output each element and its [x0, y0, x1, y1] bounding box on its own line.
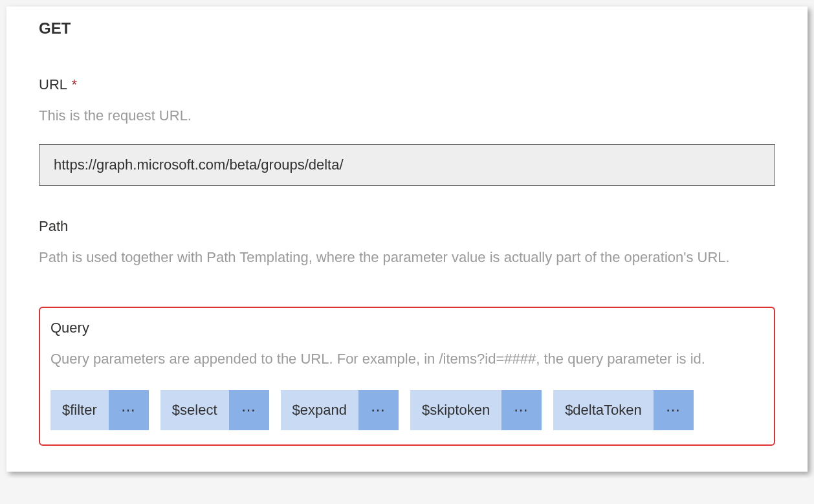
http-method-heading: GET	[39, 6, 775, 44]
query-params-row: $filter ⋯ $select ⋯ $expand ⋯ $skiptoken…	[50, 390, 764, 430]
ellipsis-icon[interactable]: ⋯	[109, 390, 149, 430]
query-section: Query Query parameters are appended to t…	[39, 307, 775, 446]
url-description: This is the request URL.	[39, 105, 775, 126]
url-section: URL * This is the request URL.	[39, 76, 775, 186]
path-label: Path	[39, 218, 775, 235]
url-input[interactable]	[39, 144, 775, 186]
param-chip-expand[interactable]: $expand ⋯	[281, 390, 399, 430]
param-name: $expand	[281, 390, 358, 430]
ellipsis-icon[interactable]: ⋯	[229, 390, 269, 430]
param-name: $filter	[50, 390, 109, 430]
path-description: Path is used together with Path Templati…	[39, 247, 775, 268]
required-indicator: *	[71, 76, 77, 93]
param-name: $deltaToken	[553, 390, 654, 430]
param-name: $skiptoken	[410, 390, 501, 430]
ellipsis-icon[interactable]: ⋯	[501, 390, 542, 430]
path-section: Path Path is used together with Path Tem…	[39, 218, 775, 268]
param-chip-deltatoken[interactable]: $deltaToken ⋯	[553, 390, 694, 430]
param-chip-filter[interactable]: $filter ⋯	[50, 390, 149, 430]
ellipsis-icon[interactable]: ⋯	[358, 390, 399, 430]
url-label-row: URL *	[39, 76, 775, 93]
query-label: Query	[50, 320, 764, 336]
param-name: $select	[160, 390, 229, 430]
param-chip-select[interactable]: $select ⋯	[160, 390, 269, 430]
query-description: Query parameters are appended to the URL…	[50, 348, 764, 369]
param-chip-skiptoken[interactable]: $skiptoken ⋯	[410, 390, 542, 430]
url-label: URL	[39, 76, 67, 93]
ellipsis-icon[interactable]: ⋯	[654, 390, 694, 430]
form-container: GET URL * This is the request URL. Path …	[6, 6, 808, 472]
